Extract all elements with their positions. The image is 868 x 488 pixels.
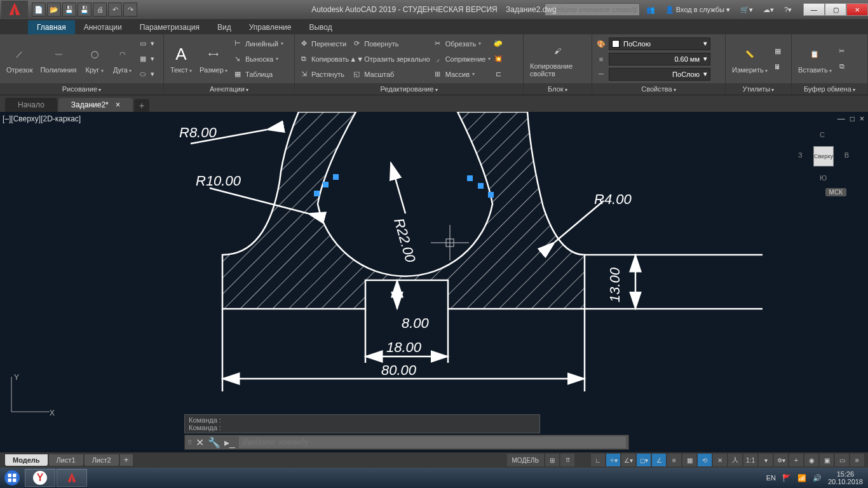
scale-button[interactable]: ◱Масштаб: [351, 67, 430, 81]
signin-button[interactable]: 👤 Вход в службы ▾: [661, 3, 734, 17]
qat-open-icon[interactable]: 📂: [47, 3, 61, 17]
layout-model[interactable]: Модель: [5, 454, 48, 466]
tab-current-file[interactable]: Задание2* ×: [58, 98, 133, 112]
infocenter-icon[interactable]: 👥: [642, 3, 659, 17]
polyline-button[interactable]: 〰Полилиния: [37, 43, 79, 75]
offset-button[interactable]: ⊏: [493, 67, 503, 81]
linetype-dropdown[interactable]: ПоСлою▾: [609, 68, 710, 81]
viewcube-face[interactable]: Сверху: [813, 146, 834, 166]
cmdline-close-icon[interactable]: ✕: [196, 437, 204, 449]
qat-saveas-icon[interactable]: 💾: [78, 3, 92, 17]
customize-button[interactable]: ≡: [850, 454, 864, 466]
lineweight-dropdown[interactable]: 0.60 мм▾: [609, 53, 710, 65]
wcs-label[interactable]: МСК: [825, 188, 846, 196]
dimension-button[interactable]: ⟷Размер: [197, 43, 230, 75]
cmdline-config-icon[interactable]: 🔧: [208, 437, 220, 449]
move-button[interactable]: ✥Перенести: [299, 37, 349, 51]
tray-volume-icon[interactable]: 🔊: [813, 474, 822, 482]
tab-output[interactable]: Вывод: [300, 20, 341, 34]
paste-button[interactable]: 📋Вставить: [796, 43, 834, 75]
qat-save-icon[interactable]: 💾: [62, 3, 76, 17]
maximize-button[interactable]: ▢: [825, 3, 846, 16]
color-dropdown[interactable]: ПоСлою▾: [609, 37, 710, 50]
tray-lang[interactable]: EN: [766, 474, 776, 482]
stretch-button[interactable]: ⇲Растянуть: [299, 67, 349, 81]
rectangle-button[interactable]: ▭▾: [138, 37, 154, 51]
quickcalc-button[interactable]: 🖩: [773, 60, 783, 74]
rotate-button[interactable]: ⟳Повернуть: [351, 37, 430, 51]
viewcube-s[interactable]: Ю: [820, 174, 827, 182]
panel-props-title[interactable]: Свойства: [592, 83, 725, 95]
tab-manage[interactable]: Управление: [240, 20, 301, 34]
array-button[interactable]: ⊞Массив: [433, 67, 491, 81]
taskbar-app-autocad[interactable]: [57, 469, 87, 487]
start-button[interactable]: [0, 468, 24, 488]
copyclip-button[interactable]: ⧉: [837, 60, 847, 74]
selection-cycling-toggle[interactable]: ⟲: [698, 454, 712, 466]
3dosnap-toggle[interactable]: ✕: [713, 454, 727, 466]
mirror-button[interactable]: ▲▼Отразить зеркально: [351, 52, 430, 66]
copy-button[interactable]: ⧉Копировать: [299, 52, 349, 66]
otrack-toggle[interactable]: ∠: [652, 454, 666, 466]
tray-clock[interactable]: 15:26 20.10.2018: [828, 470, 863, 485]
lwdisplay-toggle[interactable]: ≡: [667, 454, 681, 466]
tab-annotate[interactable]: Аннотации: [75, 20, 131, 34]
layout-sheet2[interactable]: Лист2: [85, 454, 119, 466]
table-button[interactable]: ▦Таблица: [233, 67, 283, 81]
dynucs-toggle[interactable]: 人: [728, 454, 742, 466]
viewcube[interactable]: С Ю З В Сверху: [798, 131, 849, 182]
tray-network-icon[interactable]: 📶: [797, 474, 806, 482]
help-search-input[interactable]: [545, 3, 640, 16]
tab-start[interactable]: Начало: [5, 98, 57, 112]
qat-new-icon[interactable]: 📄: [32, 3, 46, 17]
osnap-toggle[interactable]: ◻▾: [637, 454, 651, 466]
viewcube-e[interactable]: В: [844, 151, 849, 159]
polar-toggle[interactable]: ✧▾: [606, 454, 620, 466]
tab-close-icon[interactable]: ×: [116, 100, 120, 109]
measure-button[interactable]: 📏Измерить: [729, 43, 770, 75]
linear-dim-button[interactable]: ⊢Линейный: [233, 37, 283, 51]
qat-undo-icon[interactable]: ↶: [108, 3, 122, 17]
layout-sheet1[interactable]: Лист1: [49, 454, 83, 466]
ellipse-button[interactable]: ⬭▾: [138, 67, 154, 81]
matchprops-button[interactable]: 🖌Копирование свойств: [527, 39, 588, 79]
color-control[interactable]: 🎨: [596, 37, 606, 51]
tray-flag-icon[interactable]: 🚩: [782, 474, 791, 482]
lw-control[interactable]: ≡: [596, 52, 606, 66]
circle-button[interactable]: ◯Круг: [82, 43, 107, 75]
close-button[interactable]: ✕: [846, 3, 868, 16]
qat-plot-icon[interactable]: 🖨: [93, 3, 107, 17]
workspace-button[interactable]: ✲▾: [774, 454, 788, 466]
line-button[interactable]: ／Отрезок: [4, 43, 35, 75]
tab-parametric[interactable]: Параметризация: [131, 20, 208, 34]
arc-button[interactable]: ◠Дуга: [110, 43, 135, 75]
erase-button[interactable]: 🧽: [493, 37, 503, 51]
exchange-icon[interactable]: 🛒▾: [736, 3, 757, 17]
grid-toggle[interactable]: ⊞: [545, 454, 559, 466]
tab-home[interactable]: Главная: [28, 20, 75, 34]
stayconnected-icon[interactable]: ☁▾: [759, 3, 778, 17]
taskbar-app-yandex[interactable]: Y: [25, 469, 55, 487]
panel-annot-title[interactable]: Аннотации: [164, 83, 294, 95]
transparency-toggle[interactable]: ▦: [682, 454, 696, 466]
tab-view[interactable]: Вид: [208, 20, 240, 34]
viewcube-w[interactable]: З: [798, 151, 803, 159]
annomon-toggle[interactable]: +: [789, 454, 803, 466]
cleanscreen-toggle[interactable]: ▭: [835, 454, 849, 466]
cut-button[interactable]: ✂: [837, 44, 847, 58]
annoscale-dd[interactable]: ▾: [759, 454, 773, 466]
annoscale-button[interactable]: 1:1: [743, 454, 757, 466]
panel-block-title[interactable]: Блок: [524, 83, 592, 95]
lt-control[interactable]: ─: [596, 67, 606, 81]
hatch-button[interactable]: ▦▾: [138, 52, 154, 66]
drawing-area[interactable]: [–][Сверху][2D-каркас] — □ ×: [0, 112, 868, 450]
help-icon[interactable]: ?▾: [780, 3, 796, 17]
app-menu-button[interactable]: [1, 1, 28, 18]
layout-add-button[interactable]: +: [120, 454, 133, 466]
tab-add-button[interactable]: +: [134, 99, 149, 112]
qat-redo-icon[interactable]: ↷: [123, 3, 137, 17]
panel-modify-title[interactable]: Редактирование: [295, 83, 523, 95]
explode-button[interactable]: 💥: [493, 52, 503, 66]
modelspace-toggle[interactable]: МОДЕЛЬ: [507, 454, 544, 466]
isodraft-toggle[interactable]: ∠▾: [621, 454, 635, 466]
